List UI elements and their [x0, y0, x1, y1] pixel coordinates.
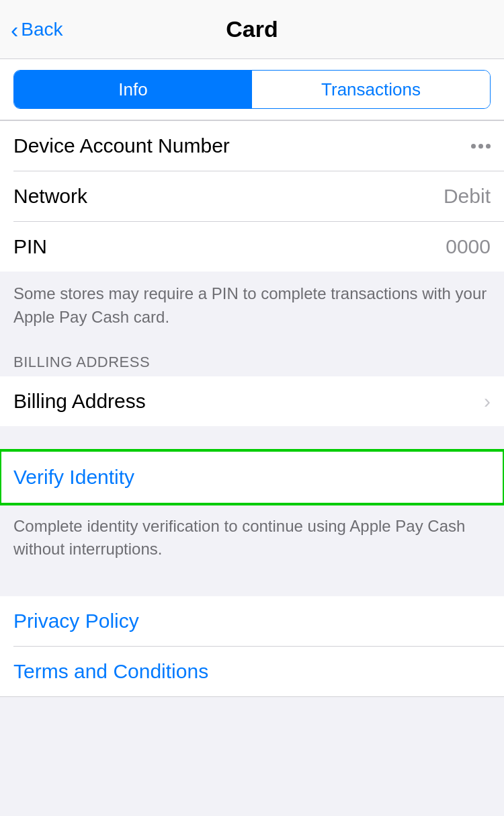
privacy-policy-row[interactable]: Privacy Policy	[0, 596, 504, 646]
verify-identity-row[interactable]: Verify Identity	[0, 450, 504, 504]
pin-value: 0000	[446, 235, 491, 258]
device-account-group: Device Account Number Network Debit PIN …	[0, 121, 504, 272]
chevron-right-icon: ›	[484, 390, 491, 413]
segment-wrapper: Info Transactions	[0, 59, 504, 120]
billing-section-header: BILLING ADDRESS	[0, 340, 504, 376]
billing-address-label: Billing Address	[13, 390, 146, 413]
network-label: Network	[13, 185, 87, 208]
privacy-policy-label: Privacy Policy	[13, 610, 139, 633]
links-group: Privacy Policy Terms and Conditions	[0, 596, 504, 696]
device-account-number-row: Device Account Number	[0, 121, 504, 171]
device-account-number-label: Device Account Number	[13, 134, 230, 157]
page-title: Card	[226, 16, 278, 42]
pin-info-section: Some stores may require a PIN to complet…	[0, 272, 504, 340]
pin-row: PIN 0000	[0, 222, 504, 272]
back-label: Back	[21, 19, 62, 40]
segment-control: Info Transactions	[13, 70, 491, 109]
billing-address-row[interactable]: Billing Address ›	[0, 376, 504, 426]
back-button[interactable]: ‹ Back	[11, 18, 63, 41]
tab-transactions[interactable]: Transactions	[252, 71, 490, 108]
terms-row[interactable]: Terms and Conditions	[0, 647, 504, 696]
tab-info[interactable]: Info	[14, 71, 252, 108]
bottom-divider	[0, 696, 504, 697]
network-row: Network Debit	[0, 171, 504, 221]
verify-note-section: Complete identity verification to contin…	[0, 504, 504, 573]
network-value: Debit	[444, 185, 491, 208]
dots-icon	[471, 144, 491, 149]
back-chevron-icon: ‹	[11, 18, 18, 41]
group-gap-1	[0, 426, 504, 450]
billing-address-group: Billing Address ›	[0, 376, 504, 426]
billing-header-label: BILLING ADDRESS	[13, 354, 150, 370]
nav-bar: ‹ Back Card	[0, 0, 504, 59]
verify-identity-label: Verify Identity	[13, 466, 134, 489]
pin-info-text: Some stores may require a PIN to complet…	[13, 284, 487, 326]
pin-label: PIN	[13, 235, 47, 258]
group-gap-2	[0, 572, 504, 596]
verify-note-text: Complete identity verification to contin…	[13, 517, 465, 559]
terms-label: Terms and Conditions	[13, 660, 208, 683]
